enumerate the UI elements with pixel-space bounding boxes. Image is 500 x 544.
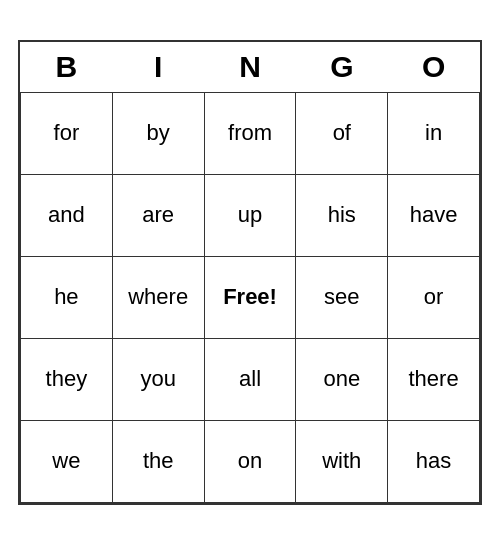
cell-r0-c0: for xyxy=(21,92,113,174)
table-row: hewhereFree!seeor xyxy=(21,256,480,338)
cell-r0-c2: from xyxy=(204,92,296,174)
cell-r0-c1: by xyxy=(112,92,204,174)
cell-r1-c4: have xyxy=(388,174,480,256)
header-cell-n: N xyxy=(204,42,296,93)
table-row: wetheonwithhas xyxy=(21,420,480,502)
header-row: BINGO xyxy=(21,42,480,93)
cell-r3-c4: there xyxy=(388,338,480,420)
table-row: theyyouallonethere xyxy=(21,338,480,420)
cell-r3-c0: they xyxy=(21,338,113,420)
cell-r1-c0: and xyxy=(21,174,113,256)
cell-r4-c4: has xyxy=(388,420,480,502)
cell-r2-c4: or xyxy=(388,256,480,338)
header-cell-g: G xyxy=(296,42,388,93)
cell-r2-c1: where xyxy=(112,256,204,338)
cell-r2-c0: he xyxy=(21,256,113,338)
cell-r4-c2: on xyxy=(204,420,296,502)
header-cell-i: I xyxy=(112,42,204,93)
header-cell-b: B xyxy=(21,42,113,93)
table-row: forbyfromofin xyxy=(21,92,480,174)
header-cell-o: O xyxy=(388,42,480,93)
cell-r1-c3: his xyxy=(296,174,388,256)
cell-r3-c3: one xyxy=(296,338,388,420)
cell-r4-c3: with xyxy=(296,420,388,502)
cell-r0-c3: of xyxy=(296,92,388,174)
cell-r3-c1: you xyxy=(112,338,204,420)
cell-r3-c2: all xyxy=(204,338,296,420)
bingo-table: BINGO forbyfromofinandareuphishavehewher… xyxy=(20,42,480,503)
cell-r2-c2: Free! xyxy=(204,256,296,338)
table-row: andareuphishave xyxy=(21,174,480,256)
cell-r4-c1: the xyxy=(112,420,204,502)
bingo-card: BINGO forbyfromofinandareuphishavehewher… xyxy=(18,40,482,505)
cell-r1-c2: up xyxy=(204,174,296,256)
cell-r1-c1: are xyxy=(112,174,204,256)
cell-r4-c0: we xyxy=(21,420,113,502)
cell-r0-c4: in xyxy=(388,92,480,174)
cell-r2-c3: see xyxy=(296,256,388,338)
